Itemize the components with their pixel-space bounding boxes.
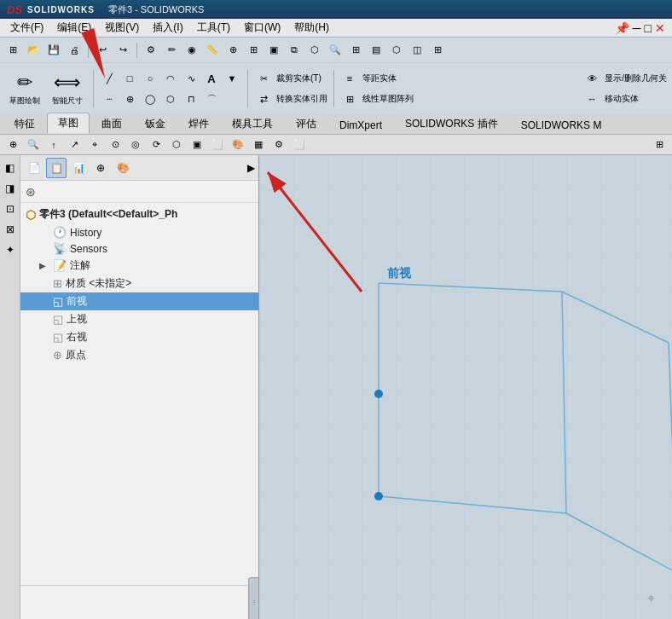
sketch-icon-sm[interactable]: ✏ <box>162 41 181 60</box>
arc-btn[interactable]: ◠ <box>161 69 180 88</box>
tab-dimxpert[interactable]: DimXpert <box>328 116 393 134</box>
config-manager-btn[interactable]: 📊 <box>68 158 89 178</box>
print-btn[interactable]: 🖨 <box>65 41 84 60</box>
grid-btn[interactable]: ⊞ <box>244 41 263 60</box>
smart-dim-btn[interactable]: ⟺ 智能尺寸 <box>48 67 87 111</box>
tab-evaluate[interactable]: 评估 <box>285 113 327 134</box>
tree-item-material[interactable]: ⊞ 材质 <未指定> <box>20 275 258 292</box>
view-extra-btn[interactable]: ⬜ <box>290 136 309 154</box>
move-btn[interactable]: ↔ <box>582 90 601 108</box>
more8-btn[interactable]: ⊞ <box>428 41 447 60</box>
panel-more[interactable]: ▶ <box>247 162 255 174</box>
view-section-btn[interactable]: ⟳ <box>147 136 165 154</box>
more6-btn[interactable]: ⬡ <box>387 41 406 60</box>
spline-btn[interactable]: ∿ <box>182 69 200 88</box>
view-hideline-btn[interactable]: ⬡ <box>167 136 186 154</box>
menu-edit[interactable]: 编辑(E) <box>50 19 98 37</box>
trim-btn[interactable]: ✂ <box>254 69 273 88</box>
display-btn[interactable]: 👁 <box>582 69 601 88</box>
ellipse-btn[interactable]: ◯ <box>141 90 159 108</box>
equal-btn[interactable]: ≡ <box>340 69 359 88</box>
tree-item-sensors[interactable]: 📡 Sensors <box>20 240 258 257</box>
fillet-btn[interactable]: ⌒ <box>202 90 221 108</box>
view-shaded-btn[interactable]: ▣ <box>188 136 206 154</box>
more7-btn[interactable]: ◫ <box>408 41 426 60</box>
tree-item-front[interactable]: ◱ 前视 <box>20 292 258 310</box>
view-sphere-btn[interactable]: ⊙ <box>106 136 125 154</box>
tree-root[interactable]: ⬡ 零件3 (Default<<Default>_Ph <box>20 205 258 224</box>
search-btn[interactable]: 🔍 <box>326 41 345 60</box>
save-btn[interactable]: 💾 <box>44 41 63 60</box>
view-realview-btn[interactable]: 🎨 <box>229 136 247 154</box>
view-shadows-btn[interactable]: ⬜ <box>208 136 227 154</box>
more2-btn[interactable]: ⧉ <box>285 41 304 60</box>
left-icon-3[interactable]: ⊡ <box>1 200 20 218</box>
more1-btn[interactable]: ▣ <box>264 41 283 60</box>
toolbar-maximize[interactable]: □ <box>645 21 652 35</box>
tree-item-annotations[interactable]: ▶ 📝 注解 <box>20 257 258 275</box>
view-scene-btn[interactable]: ⚙ <box>269 136 288 154</box>
menu-file[interactable]: 文件(F) <box>3 19 50 37</box>
reference-btn[interactable]: ⊕ <box>223 41 242 60</box>
view-rotate-btn[interactable]: ↗ <box>65 136 84 154</box>
circle-btn[interactable]: ○ <box>141 69 159 88</box>
tab-sw-addins[interactable]: SOLIDWORKS 插件 <box>394 113 509 134</box>
new-btn[interactable]: ⊞ <box>3 41 22 60</box>
3d-btn[interactable]: ◉ <box>182 41 201 60</box>
convert-btn[interactable]: ⇄ <box>254 90 273 108</box>
tree-item-right[interactable]: ◱ 右视 <box>20 328 258 346</box>
view-center-btn[interactable]: ⌖ <box>85 136 104 154</box>
panel-handle[interactable]: ⋮ <box>248 577 258 620</box>
appearance-btn[interactable]: 🎨 <box>113 158 133 178</box>
linear-btn[interactable]: ⊞ <box>340 90 359 108</box>
more-shapes-btn[interactable]: ▼ <box>223 69 241 88</box>
sketch-draw-btn[interactable]: ✏ 草图绘制 <box>5 67 44 111</box>
tab-sheetmetal[interactable]: 钣金 <box>134 113 177 134</box>
menu-tools[interactable]: 工具(T) <box>190 19 237 37</box>
view-mode-btn[interactable]: ⊞ <box>650 136 669 154</box>
view-pan-btn[interactable]: ↑ <box>44 136 63 154</box>
view-ambient-btn[interactable]: ▦ <box>249 136 268 154</box>
tab-weldment[interactable]: 焊件 <box>177 113 220 134</box>
tree-item-history[interactable]: 🕐 History <box>20 224 258 240</box>
view-display-btn[interactable]: ◎ <box>126 136 145 154</box>
more5-btn[interactable]: ▤ <box>367 41 385 60</box>
menu-view[interactable]: 视图(V) <box>98 19 146 37</box>
view-zoom-btn[interactable]: 🔍 <box>24 136 43 154</box>
property-manager-btn[interactable]: 📋 <box>46 158 67 178</box>
offset-btn[interactable]: ⊓ <box>182 90 200 108</box>
menu-insert[interactable]: 插入(I) <box>146 19 189 37</box>
tree-item-origin[interactable]: ⊕ 原点 <box>20 346 258 364</box>
left-icon-4[interactable]: ⊠ <box>1 220 20 239</box>
toolbar-minimize[interactable]: ─ <box>633 21 641 35</box>
tab-feature[interactable]: 特征 <box>3 113 46 134</box>
tab-mold[interactable]: 模具工具 <box>221 113 284 134</box>
tab-sw-more[interactable]: SOLIDWORKS M <box>510 116 613 134</box>
polygon-btn[interactable]: ⬡ <box>161 90 180 108</box>
centerline-btn[interactable]: ┄ <box>100 90 119 108</box>
left-icon-1[interactable]: ◧ <box>1 159 20 177</box>
redo-btn[interactable]: ↪ <box>113 41 132 60</box>
rect-btn[interactable]: □ <box>120 69 139 88</box>
add-btn[interactable]: ⊕ <box>90 158 111 178</box>
tree-item-top[interactable]: ◱ 上视 <box>20 310 258 328</box>
left-icon-5[interactable]: ✦ <box>1 240 20 259</box>
options-btn[interactable]: ⚙ <box>142 41 160 60</box>
feature-manager-btn[interactable]: 📄 <box>24 158 44 178</box>
tab-surface[interactable]: 曲面 <box>90 113 133 134</box>
more4-btn[interactable]: ⊞ <box>346 41 365 60</box>
pin-icon[interactable]: 📌 <box>615 21 629 35</box>
measure-btn[interactable]: 📏 <box>203 41 222 60</box>
midpoint-btn[interactable]: ⊕ <box>120 90 139 108</box>
canvas-area[interactable]: 前视 ⌖ <box>259 155 672 619</box>
menu-help[interactable]: 帮助(H) <box>287 19 336 37</box>
line-btn[interactable]: ╱ <box>100 69 119 88</box>
more3-btn[interactable]: ⬡ <box>305 41 324 60</box>
open-btn[interactable]: 📂 <box>24 41 43 60</box>
view-orient-btn[interactable]: ⊕ <box>3 136 22 154</box>
text-btn[interactable]: A <box>202 69 221 88</box>
toolbar-close[interactable]: ✕ <box>655 21 665 35</box>
menu-window[interactable]: 窗口(W) <box>237 19 287 37</box>
left-icon-2[interactable]: ◨ <box>1 179 20 198</box>
tab-sketch[interactable]: 草图 <box>47 113 90 134</box>
